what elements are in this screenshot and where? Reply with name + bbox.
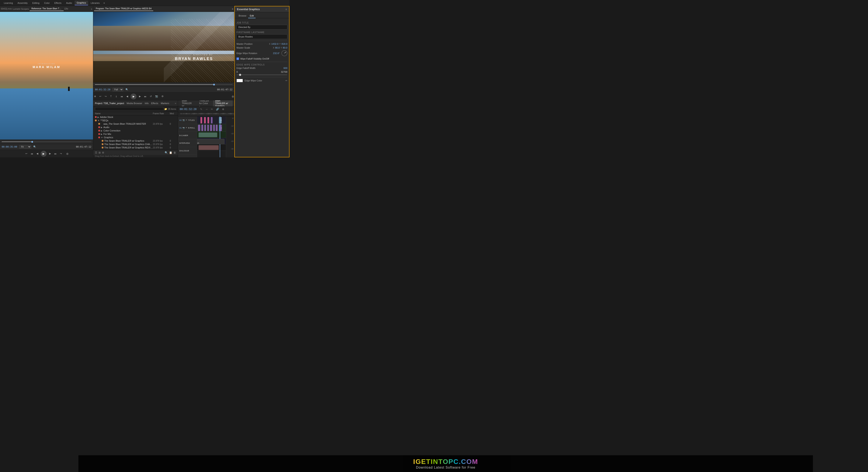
clip-broll-3[interactable] [204,125,206,131]
directed-by-field[interactable]: Directed By [237,25,287,29]
program-fit-select[interactable]: FullFit25% [113,88,123,91]
project-new-folder-button[interactable]: 📁 [164,108,167,111]
project-meta-button[interactable]: ⚙ [102,151,104,154]
source-insert-button[interactable]: ⊕ [66,152,69,155]
master-scale-x[interactable]: 80.0 [275,47,280,49]
clip-01-title[interactable]: 01_Title [220,117,222,123]
info-tab[interactable]: Info [145,102,149,105]
source-playhead-thumb[interactable] [31,141,33,143]
clip-titles-4[interactable] [211,117,213,123]
master-position-y[interactable]: 818.0 [281,42,287,45]
edge-falloff-slider[interactable] [237,75,287,75]
bcam-audio-clip[interactable] [198,132,217,137]
nav-color[interactable]: Color [42,1,52,5]
wipe-falloff-checkbox[interactable]: ✓ [237,57,239,60]
project-search-button[interactable]: 🔍 [165,151,168,154]
master-scale-y[interactable]: 80.0 [283,47,287,49]
nav-effects[interactable]: Effects [52,1,63,5]
nav-learning[interactable]: Learning [2,1,15,5]
project-search-input[interactable] [95,107,163,111]
clip-broll-4[interactable] [207,125,209,131]
clip-broll-5[interactable] [210,125,212,131]
list-item[interactable]: ▶ Audio [93,125,178,129]
prog-step-back[interactable]: ⏮ [120,95,124,98]
clip-titles-1[interactable] [200,117,202,123]
eg-edit-tab[interactable]: Edit [248,13,255,18]
source-back-button[interactable]: ◀ [36,152,39,155]
source-fwd-button[interactable]: ▶ [48,152,52,155]
list-item[interactable]: The Seam Btwn TRAILER w/ Graphics CHANGE… [93,143,178,146]
nav-more-button[interactable]: » [102,1,106,5]
prog-fwd-frame[interactable]: ▶ [138,95,142,98]
nav-audio[interactable]: Audio [64,1,74,5]
project-more-button[interactable]: » [175,102,176,105]
program-more-button[interactable]: ≡ [232,8,233,10]
timeline-playhead[interactable] [220,116,220,157]
dialogue-audio-clip[interactable] [198,145,219,150]
prog-step-fwd[interactable]: ⏭ [143,95,147,98]
source-play-button[interactable]: ▶ [41,151,46,157]
timeline-ripple-tool[interactable]: ↔ [205,107,209,111]
eg-browse-tab[interactable]: Browse [237,13,248,18]
timeline-razor-tool[interactable]: ✂ [210,107,214,111]
clip-titles-2[interactable] [204,117,206,123]
program-progress-bar[interactable] [93,82,234,87]
prog-lift[interactable]: ⤒ [109,95,113,98]
project-delete-button[interactable]: 🗑 [174,151,176,154]
edge-falloff-width-value[interactable]: 600 [283,67,287,69]
edge-wipe-rotation-value[interactable]: 232.6° [273,52,280,55]
list-item[interactable]: ▼ Graphics [93,136,178,139]
edge-wipe-color-pencil-icon[interactable]: ✏ [285,79,287,82]
source-more-button[interactable]: » [91,8,92,10]
timeline-magnet-button[interactable]: ⊕ [221,107,225,111]
clip-broll-6[interactable] [213,125,215,131]
list-item[interactable]: ▶ Color Correction [93,129,178,132]
lumetri-scopes-tab[interactable]: Lumetri Scopes [13,8,29,10]
clip-broll-1[interactable] [198,125,200,131]
project-tab[interactable]: Project: TSB_Trailer_project [95,102,124,105]
source-fit-select[interactable]: Fit25%50%100% [19,145,31,149]
project-new-item-button[interactable]: 📋 [169,151,172,154]
list-item[interactable]: aaa_The Seam Btwn TRAILER MASTER 23.976 … [93,122,178,125]
list-item[interactable]: ▼ **SEQs [93,119,178,122]
prog-back-frame[interactable]: ◀ [125,95,129,98]
media-browser-tab[interactable]: Media Browser [127,102,142,105]
source-step-fwd-button[interactable]: ⏭ [53,152,57,155]
prog-loop[interactable]: ↺ [149,95,153,98]
list-item[interactable]: ▶ Adobe Stock [93,115,178,119]
eg-menu-icon[interactable]: ≡ [285,8,287,11]
list-item[interactable]: The Seam Btwn TRAILER w/ Graphics 23.976… [93,139,178,143]
prog-mark-in[interactable]: ↩ [98,95,102,98]
prog-mark-out[interactable]: ↪ [104,95,107,98]
prog-tools-left[interactable]: ⊕ [93,95,97,98]
project-list-view-button[interactable]: ☰ [95,151,97,154]
list-item[interactable]: ▶ For Mix [93,132,178,136]
master-position-x[interactable]: 1432.0 [271,42,278,45]
source-step-back-button[interactable]: ⏮ [30,152,34,155]
nav-libraries[interactable]: Libraries [89,1,102,5]
clip-broll-2[interactable] [201,125,203,131]
clip-titles-3[interactable] [208,117,209,123]
prog-extract[interactable]: ⤓ [115,95,118,98]
clip-c006[interactable]: C006_C0 [220,125,222,131]
bryan-rowles-field[interactable]: Bryan Rowles [237,34,287,39]
nav-editing[interactable]: Editing [30,1,42,5]
source-mark-out-button[interactable]: ↪ [59,152,63,155]
effects-tab[interactable]: Effects [151,102,158,105]
program-play-button[interactable]: ▶ [130,93,136,99]
eye-icon[interactable]: 👁 [186,119,187,121]
rotation-dial[interactable] [281,50,287,56]
edge-falloff-thumb[interactable] [239,74,241,76]
nav-assembly[interactable]: Assembly [16,1,30,5]
clip-broll-7[interactable] [216,125,217,131]
prog-camera[interactable]: 📷 [154,95,159,98]
project-icon-view-button[interactable]: ⊞ [98,151,101,154]
program-monitor-tab[interactable]: Program: The Seam Btwn TRAILER w/ Graphi… [94,6,153,11]
timeline-selection-tool[interactable]: ↖ [199,107,203,111]
markers-tab[interactable]: Markers [161,102,169,105]
source-mark-in-button[interactable]: ↩ [25,152,28,155]
effects-tab-short[interactable]: Effe [64,8,68,10]
program-playhead-thumb[interactable] [213,84,215,85]
nav-graphics[interactable]: Graphics [74,1,88,5]
source-progress-bar[interactable] [0,140,93,144]
